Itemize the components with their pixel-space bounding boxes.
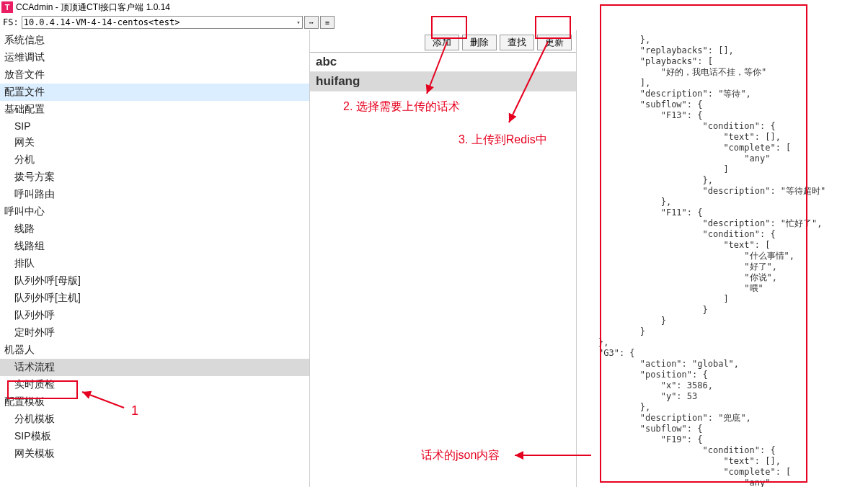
script-list[interactable]: abchuifang: [310, 52, 576, 91]
tree-item[interactable]: 运维调试: [0, 49, 309, 66]
tree-item[interactable]: 呼叫路由: [0, 186, 309, 203]
window-title: CCAdmin - 顶顶通CTI接口客户端 1.0.14: [16, 1, 170, 14]
app-icon: T: [1, 1, 13, 13]
tree-item[interactable]: 分机模板: [0, 411, 309, 428]
tree-item[interactable]: 队列外呼[主机]: [0, 290, 309, 307]
tree-item[interactable]: 排队: [0, 255, 309, 272]
tree-item[interactable]: 拨号方案: [0, 169, 309, 186]
tree-item[interactable]: 线路: [0, 220, 309, 238]
tree-item[interactable]: 线路组: [0, 238, 309, 255]
search-button[interactable]: 查找: [500, 35, 534, 50]
add-button[interactable]: 添加: [425, 35, 459, 50]
side-tree[interactable]: 系统信息运维调试放音文件配置文件基础配置SIP网关分机拨号方案呼叫路由呼叫中心线…: [0, 30, 310, 487]
tree-item[interactable]: 呼叫中心: [0, 203, 309, 220]
delete-button[interactable]: 删除: [462, 35, 497, 50]
tree-item[interactable]: 机器人: [0, 341, 309, 359]
fs-label: FS:: [3, 17, 19, 27]
chevron-down-icon: ▾: [296, 19, 300, 26]
fs-selected-value: 10.0.4.14-VM-4-14-centos<test>: [24, 17, 180, 27]
toolbar-btn-1[interactable]: ⋯: [304, 16, 319, 29]
tree-item[interactable]: 网关模板: [0, 445, 309, 463]
tree-item[interactable]: 实时质检: [0, 376, 309, 393]
tree-item[interactable]: 话术流程: [0, 359, 309, 376]
tree-item[interactable]: 配置模板: [0, 393, 309, 411]
tree-item[interactable]: 网关: [0, 134, 309, 151]
tree-item[interactable]: SIP: [0, 118, 309, 134]
action-bar: 添加 删除 查找 更新: [310, 30, 576, 52]
json-view[interactable]: }, "replaybacks": [], "playbacks": [ "好的…: [577, 30, 868, 487]
title-bar: T CCAdmin - 顶顶通CTI接口客户端 1.0.14: [0, 0, 868, 14]
toolbar-btn-2[interactable]: ≡: [320, 16, 335, 29]
tree-item[interactable]: 系统信息: [0, 32, 309, 49]
list-item[interactable]: abc: [310, 53, 576, 72]
main-area: 系统信息运维调试放音文件配置文件基础配置SIP网关分机拨号方案呼叫路由呼叫中心线…: [0, 30, 868, 487]
middle-column: 添加 删除 查找 更新 abchuifang: [310, 30, 577, 487]
fs-select[interactable]: 10.0.4.14-VM-4-14-centos<test> ▾: [22, 16, 303, 29]
toolbar: FS: 10.0.4.14-VM-4-14-centos<test> ▾ ⋯ ≡: [0, 14, 868, 30]
tree-item[interactable]: SIP模板: [0, 428, 309, 445]
tree-item[interactable]: 基础配置: [0, 101, 309, 118]
list-item[interactable]: huifang: [310, 72, 576, 91]
tree-item[interactable]: 队列外呼: [0, 307, 309, 324]
tree-item[interactable]: 配置文件: [0, 84, 309, 101]
update-button[interactable]: 更新: [537, 35, 572, 50]
tree-item[interactable]: 分机: [0, 151, 309, 169]
tree-item[interactable]: 放音文件: [0, 66, 309, 84]
tree-item[interactable]: 队列外呼[母版]: [0, 272, 309, 290]
tree-item[interactable]: 定时外呼: [0, 324, 309, 341]
